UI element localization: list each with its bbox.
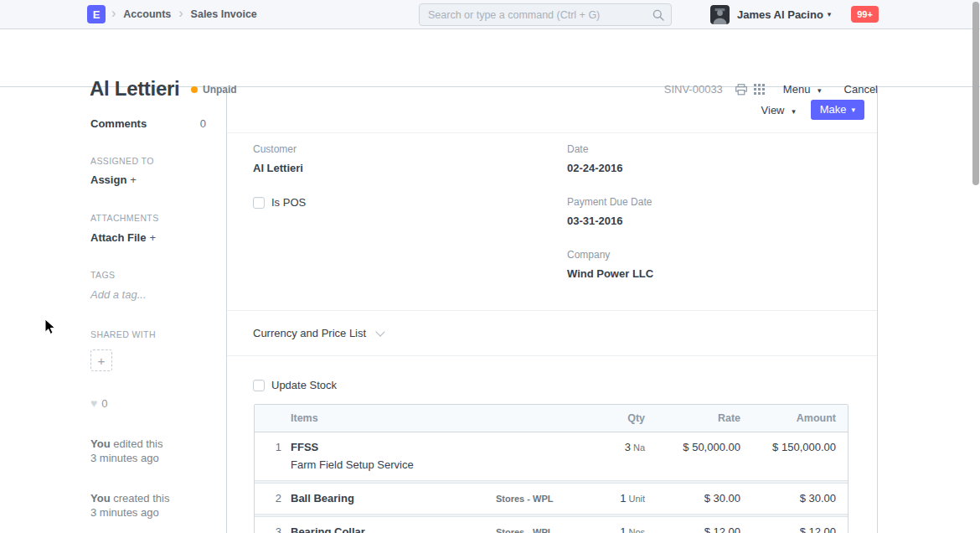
amount-cell: $ 30.00 [740,492,848,505]
attachments-label: ATTACHMENTS [90,213,159,223]
item-cell: FFSS Farm Field Setup Service [291,441,496,471]
user-menu[interactable]: James Al Pacino ▾ [710,0,831,28]
is-pos-checkbox[interactable] [253,197,265,209]
row-index: 1 [255,441,291,453]
add-share-button[interactable]: + [90,349,112,371]
is-pos-field: Is POS [253,196,306,209]
column-amount: Amount [740,412,848,424]
sales-invoice-page: E › Accounts › Sales Invoice James Al Pa… [0,0,980,533]
rate-cell: $ 30.00 [645,492,740,505]
activity-edited: You edited this 3 minutes ago [90,437,162,465]
is-pos-label: Is POS [271,196,306,209]
user-name: James Al Pacino [737,8,823,21]
warehouse-cell: Stores - WPL [496,492,588,504]
customer-label: Customer [253,143,306,155]
table-row[interactable]: 1 FFSS Farm Field Setup Service 3Na $ 50… [255,432,848,480]
company-value: Wind Power LLC [567,267,653,280]
form-body: View ▾ Make▾ Customer Al Lettieri Is POS… [226,87,878,533]
payment-due-date-field[interactable]: Payment Due Date 03-31-2016 [567,196,653,227]
payment-due-date-value: 03-31-2016 [567,215,653,227]
date-value: 02-24-2016 [567,162,653,174]
heart-icon: ♥ [90,396,97,410]
chevron-down-icon: ▾ [851,106,855,114]
make-button[interactable]: Make▾ [811,100,864,120]
amount-cell: $ 150,000.00 [740,441,848,453]
chevron-down-icon [375,327,384,336]
plus-icon: + [98,354,106,368]
search-input[interactable] [420,9,652,21]
item-cell: Bearing Collar [291,525,496,533]
warehouse-cell: Stores - WPL [496,525,588,533]
table-row[interactable]: 3 Bearing Collar Stores - WPL 1Nos $ 12.… [255,517,848,533]
column-rate: Rate [645,412,740,424]
view-button[interactable]: View ▾ [761,104,796,116]
page-title: Al Lettieri [90,77,179,101]
chevron-right-icon: › [111,7,116,20]
comments-link[interactable]: Comments 0 [90,117,206,130]
table-row[interactable]: 2 Ball Bearing Stores - WPL 1Unit $ 30.0… [255,484,848,514]
app-logo[interactable]: E [87,5,106,23]
date-field[interactable]: Date 02-24-2016 [567,143,653,174]
customer-value: Al Lettieri [253,162,306,174]
print-icon[interactable] [735,84,747,96]
assigned-to-label: ASSIGNED TO [90,156,154,166]
grid-view-icon[interactable] [754,84,765,95]
header-actions: SINV-00033 Menu ▾ Cancel [664,83,878,96]
currency-section-label: Currency and Price List [253,327,366,339]
main-fields-section: Customer Al Lettieri Is POS Date 02-24-2… [227,133,877,311]
chevron-down-icon: ▾ [818,86,822,95]
comments-count: 0 [200,117,206,130]
chevron-down-icon: ▾ [828,10,832,18]
row-index: 3 [255,525,291,533]
shared-with-label: SHARED WITH [90,329,156,339]
add-tag-input[interactable]: Add a tag... [90,288,147,301]
update-stock-field: Update Stock [253,379,877,391]
like-count: 0 [101,397,107,410]
page-header: Al Lettieri Unpaid SINV-00033 Menu ▾ Can… [0,29,980,87]
items-table-header: Items Qty Rate Amount [255,405,848,432]
scrollbar-thumb[interactable] [972,2,979,185]
items-table: Items Qty Rate Amount 1 FFSS Farm Field … [254,404,848,533]
update-stock-label: Update Stock [271,379,337,391]
status-badge: Unpaid [191,84,237,96]
column-qty: Qty [588,412,645,424]
top-navbar: E › Accounts › Sales Invoice James Al Pa… [0,0,980,29]
avatar [710,5,730,24]
status-dot-icon [191,86,198,93]
customer-field[interactable]: Customer Al Lettieri [253,143,306,174]
breadcrumb-sales-invoice[interactable]: Sales Invoice [191,8,257,20]
date-label: Date [567,143,653,155]
rate-cell: $ 50,000.00 [645,441,740,453]
currency-section-toggle[interactable]: Currency and Price List [227,311,877,356]
notifications-badge[interactable]: 99+ [851,6,879,23]
status-label: Unpaid [203,84,237,96]
item-cell: Ball Bearing [291,492,496,505]
company-field[interactable]: Company Wind Power LLC [567,249,653,280]
comments-label: Comments [90,117,147,130]
like-button[interactable]: ♥ 0 [90,396,108,410]
global-search [419,3,672,26]
update-stock-checkbox[interactable] [253,380,265,391]
cancel-button[interactable]: Cancel [844,83,878,96]
assign-button[interactable]: Assign+ [90,173,137,186]
chevron-right-icon: › [178,7,183,20]
qty-cell: 1Unit [588,492,645,505]
breadcrumb: › Accounts › Sales Invoice [111,0,257,28]
menu-button[interactable]: Menu ▾ [783,83,822,96]
activity-created: You created this 3 minutes ago [90,491,169,520]
search-icon [652,9,664,21]
payment-due-date-label: Payment Due Date [567,196,653,208]
row-index: 2 [255,492,291,505]
form-sidebar: Comments 0 ASSIGNED TO Assign+ ATTACHMEN… [0,87,226,533]
column-items: Items [291,412,496,424]
attach-file-button[interactable]: Attach File+ [90,231,156,244]
plus-icon: + [130,173,137,186]
tags-label: TAGS [90,270,115,280]
breadcrumb-accounts[interactable]: Accounts [123,8,171,20]
amount-cell: $ 12.00 [740,525,848,533]
qty-cell: 3Na [588,441,645,453]
company-label: Company [567,249,653,261]
plus-icon: + [149,231,156,244]
document-id: SINV-00033 [664,83,723,96]
chevron-down-icon: ▾ [792,107,796,116]
